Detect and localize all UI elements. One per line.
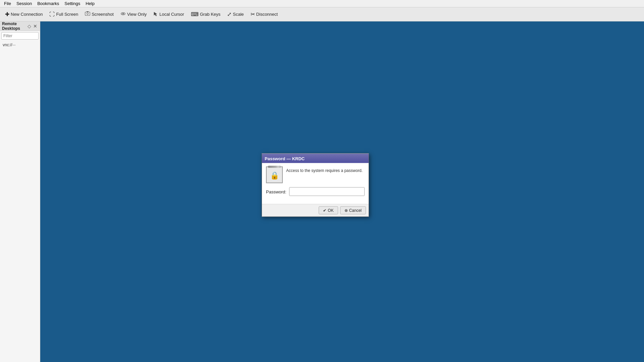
disconnect-button[interactable]: ✂ Disconnect (248, 9, 281, 20)
scale-icon: ⤢ (227, 12, 231, 17)
sidebar-close-button[interactable]: ✕ (33, 24, 38, 28)
screenshot-button[interactable]: Screenshot (82, 9, 117, 20)
sidebar-filter (1, 32, 39, 40)
ok-label: OK (328, 208, 333, 213)
menu-session[interactable]: Session (14, 0, 35, 7)
ok-checkmark-icon: ✔ (323, 208, 326, 213)
password-input[interactable] (289, 187, 365, 196)
lock-icon: 🔒 (266, 167, 283, 183)
password-dialog: Password — KRDC 🔒 Access to the system r… (262, 154, 369, 217)
local-cursor-icon (153, 11, 158, 17)
new-connection-button[interactable]: ✚ New Connection (2, 9, 46, 20)
disconnect-label: Disconnect (256, 12, 278, 17)
view-only-label: View Only (127, 12, 147, 17)
main-layout: Remote Desktops ◇ ✕ vnc://··· Password —… (0, 21, 644, 362)
dialog-body: 🔒 Access to the system requires a passwo… (262, 163, 369, 204)
screenshot-icon (85, 11, 90, 17)
sidebar-pin-button[interactable]: ◇ (27, 24, 32, 28)
dialog-title: Password — KRDC (265, 156, 305, 161)
scale-label: Scale (233, 12, 244, 17)
view-only-button[interactable]: View Only (117, 9, 150, 20)
view-only-icon (120, 11, 126, 17)
new-connection-icon: ✚ (5, 12, 9, 17)
local-cursor-button[interactable]: Local Cursor (150, 9, 187, 20)
grab-keys-label: Grab Keys (200, 12, 220, 17)
sidebar: Remote Desktops ◇ ✕ vnc://··· (0, 21, 40, 362)
full-screen-icon: ⛶ (49, 12, 55, 17)
ok-button[interactable]: ✔ OK (319, 206, 338, 215)
dialog-message: Access to the system requires a password… (286, 167, 363, 174)
full-screen-label: Full Screen (56, 12, 78, 17)
cancel-circle-icon: ⊗ (344, 208, 348, 213)
svg-marker-5 (154, 12, 157, 16)
full-screen-button[interactable]: ⛶ Full Screen (46, 9, 81, 20)
dialog-titlebar: Password — KRDC (262, 154, 369, 163)
menu-settings[interactable]: Settings (62, 0, 83, 7)
list-item[interactable]: vnc://··· (0, 42, 40, 48)
sidebar-title: Remote Desktops (2, 21, 27, 31)
toolbar: ✚ New Connection ⛶ Full Screen Screensho… (0, 7, 644, 21)
scale-button[interactable]: ⤢ Scale (224, 9, 247, 20)
menu-bar: File Session Bookmarks Settings Help (0, 0, 644, 7)
screenshot-label: Screenshot (92, 12, 114, 17)
dialog-buttons: ✔ OK ⊗ Cancel (262, 204, 369, 217)
filter-input[interactable] (1, 32, 39, 40)
menu-bookmarks[interactable]: Bookmarks (35, 0, 62, 7)
sidebar-list: vnc://··· (0, 41, 40, 362)
grab-keys-button[interactable]: ⌨ Grab Keys (188, 9, 223, 20)
svg-rect-2 (87, 11, 89, 12)
disconnect-icon: ✂ (251, 12, 255, 17)
dialog-password-row: Password: (266, 187, 365, 196)
cancel-button[interactable]: ⊗ Cancel (340, 206, 366, 215)
dialog-icon-row: 🔒 Access to the system requires a passwo… (266, 167, 365, 183)
grab-keys-icon: ⌨ (191, 12, 199, 17)
password-label: Password: (266, 189, 286, 194)
menu-file[interactable]: File (1, 0, 14, 7)
local-cursor-label: Local Cursor (159, 12, 184, 17)
svg-point-4 (122, 13, 124, 14)
sidebar-header-icons: ◇ ✕ (27, 24, 38, 28)
svg-rect-0 (85, 12, 90, 15)
remote-view-area: Password — KRDC 🔒 Access to the system r… (40, 21, 644, 362)
new-connection-label: New Connection (11, 12, 43, 17)
cancel-label: Cancel (349, 208, 362, 213)
menu-help[interactable]: Help (83, 0, 97, 7)
sidebar-header: Remote Desktops ◇ ✕ (0, 21, 40, 31)
